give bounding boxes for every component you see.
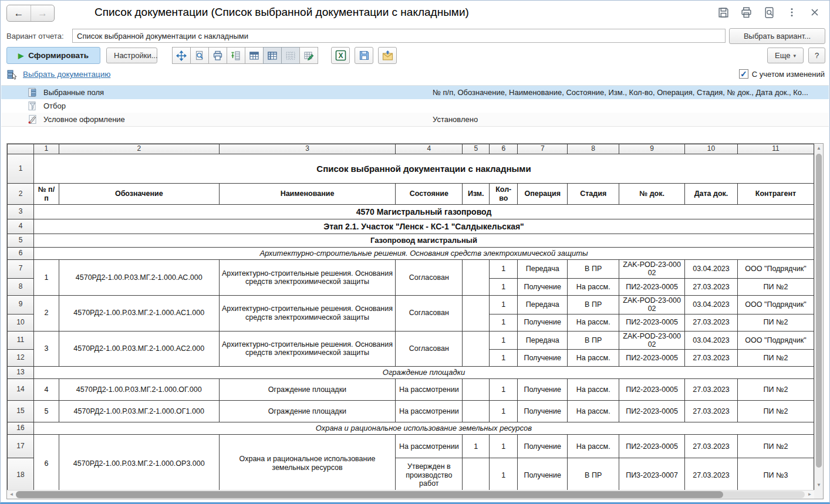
help-button[interactable]: ?: [808, 48, 825, 63]
sheet-cell[interactable]: Дата док.: [685, 184, 738, 205]
sheet-cell[interactable]: Этап 2.1. Участок "Ленск - КС-1 "Салдыке…: [33, 219, 814, 234]
column-header-1[interactable]: 1: [33, 144, 59, 154]
sheet-cell[interactable]: ПИ3-2023-0007: [619, 458, 685, 490]
sheet-cell[interactable]: ПИ №3: [737, 458, 814, 490]
sheet-cell[interactable]: Архитектурно-строительные решения. Основ…: [219, 295, 396, 331]
sheet-cell[interactable]: 4570РД2-1.00.Р.03.МГ.2-1.000.АС.000: [59, 260, 219, 296]
sheet-corner-cell[interactable]: [8, 144, 34, 154]
sheet-cell[interactable]: 1: [490, 278, 518, 295]
row-header-8[interactable]: 8: [8, 278, 34, 295]
sheet-cell[interactable]: 4570РД2-1.00.Р.03.МГ.2-1.000.АС2.000: [59, 331, 219, 367]
sheet-cell[interactable]: Утвержден в производство работ: [396, 458, 463, 490]
column-header-4[interactable]: 4: [396, 144, 463, 154]
sheet-cell[interactable]: ПИ2-2023-0005: [619, 401, 685, 422]
row-header-5[interactable]: 5: [8, 234, 34, 248]
sheet-cell[interactable]: ПИ №2: [737, 401, 814, 422]
sheet-cell[interactable]: Передача: [518, 331, 568, 350]
sheet-cell[interactable]: ПИ №2: [737, 314, 814, 331]
edit-sheet-icon[interactable]: [299, 47, 318, 64]
sheet-cell[interactable]: [463, 458, 490, 490]
row-header-2[interactable]: 2: [8, 184, 34, 205]
sheet-cell[interactable]: 1: [490, 458, 518, 490]
sheet-cell[interactable]: Получение: [518, 435, 568, 458]
row-header-14[interactable]: 14: [8, 379, 34, 401]
row-header-3[interactable]: 3: [8, 205, 34, 219]
scroll-down-icon[interactable]: ▼: [815, 481, 823, 489]
settings-row-selected-fields[interactable]: Выбранные поля № п/п, Обозначение, Наиме…: [1, 86, 829, 99]
sheet-cell[interactable]: В ПР: [568, 331, 619, 350]
sheet-cell[interactable]: ООО "Подрядчик": [737, 295, 814, 314]
sheet-cell[interactable]: На рассм.: [568, 314, 619, 331]
sheet-cell[interactable]: Ограждение площадки: [219, 401, 396, 422]
sheet-cell[interactable]: 27.03.2023: [685, 314, 738, 331]
horizontal-scrollbar[interactable]: ◄ ►: [7, 490, 814, 499]
sheet-cell[interactable]: Изм.: [463, 184, 490, 205]
with-changes-option[interactable]: ✓ С учетом изменений: [739, 69, 825, 79]
with-changes-checkbox[interactable]: ✓: [739, 69, 748, 79]
sheet-cell[interactable]: [463, 379, 490, 401]
sheet-cell[interactable]: В ПР: [568, 260, 619, 279]
column-header-10[interactable]: 10: [685, 144, 738, 154]
column-header-8[interactable]: 8: [568, 144, 619, 154]
generate-button[interactable]: ▶ Сформировать: [6, 47, 100, 64]
sheet-cell[interactable]: Передача: [518, 260, 568, 279]
sheet-cell[interactable]: Передача: [518, 295, 568, 314]
sheet-cell[interactable]: 27.03.2023: [685, 401, 738, 422]
save-icon[interactable]: [717, 6, 730, 19]
forward-button[interactable]: →: [31, 5, 54, 21]
row-header-4[interactable]: 4: [8, 219, 34, 234]
send-mail-icon[interactable]: [378, 47, 397, 64]
sheet-cell[interactable]: На рассм.: [568, 379, 619, 401]
sheet-cell[interactable]: 1: [490, 350, 518, 367]
sheet-cell[interactable]: На рассм.: [568, 401, 619, 422]
row-header-12[interactable]: 12: [8, 350, 34, 367]
print-sheet-icon[interactable]: [208, 47, 227, 64]
sheet-cell[interactable]: 1: [490, 379, 518, 401]
print-preview-icon[interactable]: [190, 47, 209, 64]
sheet-cell[interactable]: ООО "Подрядчик": [737, 260, 814, 279]
sheet-cell[interactable]: 4570РД2-1.00.Р.03.МГ.2-1.000.ОГ.000: [59, 379, 219, 401]
column-header-5[interactable]: 5: [463, 144, 490, 154]
sheet-cell[interactable]: Согласован: [396, 331, 463, 367]
select-documentation-link[interactable]: Выбрать документацию: [23, 70, 110, 79]
sheet-cell[interactable]: ПИ2-2023-0005: [619, 435, 685, 458]
settings-button[interactable]: Настройки...: [106, 48, 157, 63]
sheet-cell[interactable]: 4570РД2-1.00.Р.03.МГ.2-1.000.ОГ1.000: [59, 401, 219, 422]
sheet-cell[interactable]: Охрана и рациональное использование земе…: [219, 435, 396, 490]
sheet-cell[interactable]: 1: [33, 260, 59, 296]
vertical-scrollbar[interactable]: ▲ ▼: [814, 144, 823, 490]
row-header-1[interactable]: 1: [8, 154, 34, 184]
sheet-cell[interactable]: Наименование: [219, 184, 396, 205]
sheet-cell[interactable]: Архитектурно-строительные решения. Основ…: [219, 331, 396, 367]
row-header-17[interactable]: 17: [8, 435, 34, 458]
sheet-cell[interactable]: Газопровод магистральный: [33, 234, 814, 248]
sheet-cell[interactable]: 27.03.2023: [685, 435, 738, 458]
show-grid-icon[interactable]: [281, 47, 300, 64]
sheet-cell[interactable]: 4570РД2-1.00.Р.03.МГ.2-1.000.ОР3.000: [59, 435, 219, 490]
sheet-cell[interactable]: ПИ2-2023-0005: [619, 379, 685, 401]
print-icon[interactable]: [740, 6, 753, 19]
row-header-15[interactable]: 15: [8, 401, 34, 422]
sheet-cell[interactable]: ООО "Подрядчик": [737, 331, 814, 350]
sheet-cell[interactable]: 1: [490, 295, 518, 314]
sheet-cell[interactable]: [463, 260, 490, 296]
settings-row-conditional-format[interactable]: Условное оформление Установлено: [1, 113, 829, 126]
scroll-up-icon[interactable]: ▲: [815, 144, 823, 153]
sheet-cell[interactable]: 1: [490, 401, 518, 422]
sheet-cell[interactable]: 1: [490, 331, 518, 350]
sheet-cell[interactable]: Состояние: [396, 184, 463, 205]
column-header-7[interactable]: 7: [518, 144, 568, 154]
row-header-11[interactable]: 11: [8, 331, 34, 350]
variant-input[interactable]: [72, 29, 726, 43]
sheet-cell[interactable]: ZAK-POD-23-00002: [619, 331, 685, 350]
sheet-cell[interactable]: Контрагент: [737, 184, 814, 205]
sheet-cell[interactable]: Архитектурно-строительные решения. Основ…: [33, 248, 814, 260]
sheet-cell[interactable]: ПИ №2: [737, 350, 814, 367]
sheet-cell[interactable]: 4570 Магистральный газопровод: [33, 205, 814, 219]
scroll-left-icon[interactable]: ◄: [8, 491, 15, 499]
sheet-cell[interactable]: 27.03.2023: [685, 458, 738, 490]
sheet-cell[interactable]: Операция: [518, 184, 568, 205]
save-result-icon[interactable]: [355, 47, 373, 64]
more-menu-icon[interactable]: [785, 6, 798, 19]
sheet-cell[interactable]: Список выбранной документации с накладны…: [33, 154, 814, 184]
